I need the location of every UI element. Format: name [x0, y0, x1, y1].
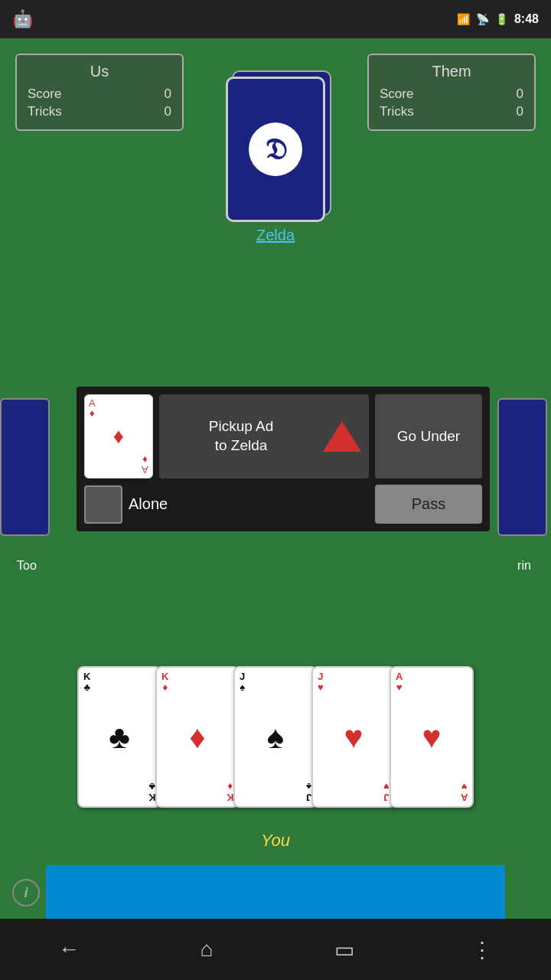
recent-button[interactable]: ▭: [314, 926, 375, 972]
us-score-value: 0: [165, 87, 171, 102]
signal-icon: 📡: [476, 13, 489, 25]
hand-card-3[interactable]: J♥ ♥ J♥: [311, 666, 396, 808]
deck-card: 𝔇: [226, 77, 325, 222]
up-arrow-icon: [323, 421, 361, 452]
them-score-panel: Them Score 0 Tricks 0: [367, 54, 536, 131]
blue-banner: [46, 865, 505, 923]
card-2-br: J♠: [306, 780, 311, 802]
clock: 8:48: [514, 12, 539, 26]
hand-card-4[interactable]: A♥ ♥ A♥: [390, 666, 474, 808]
back-button[interactable]: ←: [38, 926, 99, 972]
us-tricks-value: 0: [165, 104, 171, 119]
hand-card-1[interactable]: K♦ ♦ K♦: [155, 666, 240, 808]
pickup-label: Pickup Adto Zelda: [167, 417, 315, 455]
us-score-row: Score 0: [28, 87, 171, 102]
card-3-center: ♥: [344, 719, 364, 756]
left-player-cards: [0, 398, 50, 536]
right-player: rin: [497, 398, 551, 551]
card-1-br: K♦: [227, 780, 233, 802]
player-hand: K♣ ♣ K♣ K♦ ♦ K♦ J♠ ♠ J♠ J♥ ♥ J♥ A♥ ♥ A♥: [77, 666, 474, 808]
card-0-br: K♣: [148, 780, 155, 802]
hand-card-0[interactable]: K♣ ♣ K♣: [77, 666, 161, 808]
card-1-tl: K♦: [161, 671, 168, 694]
left-player-name: Too: [0, 559, 54, 573]
pass-button[interactable]: Pass: [375, 485, 482, 524]
card-4-center: ♥: [422, 719, 442, 756]
hand-card-2[interactable]: J♠ ♠ J♠: [233, 666, 318, 808]
us-tricks-label: Tricks: [28, 104, 62, 119]
us-tricks-row: Tricks 0: [28, 104, 171, 119]
card-rank-tl: A♦: [89, 398, 96, 418]
card-3-tl: J♥: [318, 671, 324, 694]
go-under-button[interactable]: Go Under: [375, 394, 482, 479]
android-icon: 🤖: [12, 9, 33, 29]
euchre-dialog: A♦ ♦ A♦ Pickup Adto Zelda Go Under Alone…: [77, 387, 490, 531]
card-2-center: ♠: [267, 719, 284, 756]
left-player: Too: [0, 398, 54, 551]
us-score-panel: Us Score 0 Tricks 0: [15, 54, 184, 131]
status-right: 📶 📡 🔋 8:48: [457, 12, 539, 26]
center-deck: 𝔇 Zelda: [222, 77, 329, 244]
them-score-value: 0: [517, 87, 523, 102]
us-score-label: Score: [28, 87, 61, 102]
you-label: You: [261, 831, 290, 851]
card-1-center: ♦: [189, 719, 205, 756]
us-title: Us: [28, 63, 171, 80]
battery-icon: 🔋: [495, 13, 508, 25]
them-title: Them: [380, 63, 523, 80]
deck-logo: 𝔇: [249, 122, 302, 176]
alone-checkbox[interactable]: [84, 485, 122, 524]
wifi-icon: 📶: [457, 13, 470, 25]
them-score-row: Score 0: [380, 87, 523, 102]
card-3-br: J♥: [383, 780, 390, 802]
card-4-tl: A♥: [396, 671, 403, 694]
status-left: 🤖: [12, 9, 33, 29]
right-player-name: rin: [497, 559, 551, 573]
status-bar: 🤖 📶 📡 🔋 8:48: [0, 0, 551, 38]
right-player-cards: [497, 398, 547, 536]
dealer-name: Zelda: [222, 227, 329, 244]
menu-button[interactable]: ⋮: [452, 926, 513, 972]
card-0-center: ♣: [109, 719, 130, 756]
dialog-top-row: A♦ ♦ A♦ Pickup Adto Zelda Go Under: [84, 394, 482, 479]
dialog-bottom-row: Alone Pass: [84, 485, 482, 524]
card-2-tl: J♠: [240, 671, 245, 694]
nav-bar: ← ⌂ ▭ ⋮: [0, 919, 551, 980]
card-0-tl: K♣: [83, 671, 90, 694]
them-tricks-label: Tricks: [380, 104, 414, 119]
card-rank-br: A♦: [142, 455, 148, 475]
pickup-card: A♦ ♦ A♦: [84, 394, 153, 479]
card-center: ♦: [113, 424, 124, 449]
them-tricks-row: Tricks 0: [380, 104, 523, 119]
home-button[interactable]: ⌂: [176, 926, 237, 972]
them-tricks-value: 0: [517, 104, 523, 119]
pickup-button[interactable]: Pickup Adto Zelda: [159, 394, 369, 479]
info-icon[interactable]: i: [12, 879, 40, 906]
card-4-br: A♥: [461, 780, 468, 802]
them-score-label: Score: [380, 87, 413, 102]
alone-label: Alone: [129, 495, 369, 513]
game-area: Us Score 0 Tricks 0 Them Score 0 Tricks …: [0, 38, 551, 903]
